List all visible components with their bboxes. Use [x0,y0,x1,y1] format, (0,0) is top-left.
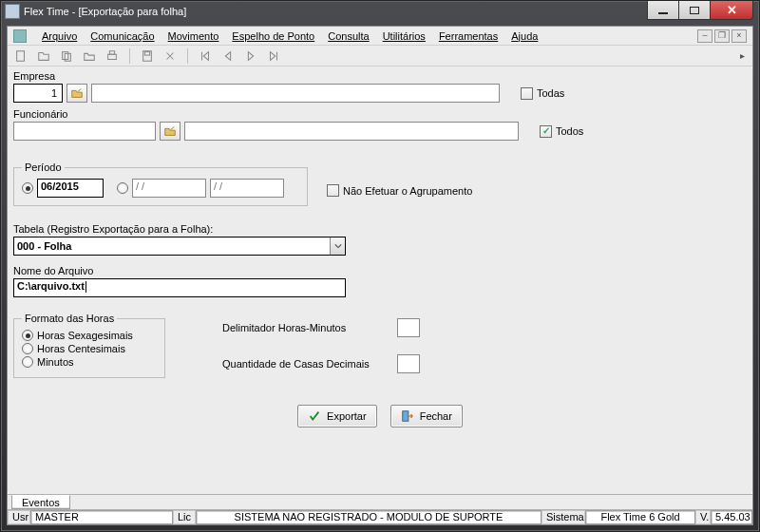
status-ver-label: V. [695,510,711,524]
svg-rect-0 [17,50,25,61]
periodo-radio-1[interactable] [22,182,33,194]
window-minimize-button[interactable] [647,1,679,20]
funcionario-code-input[interactable] [13,122,156,141]
eventos-tab[interactable]: Eventos [11,495,70,509]
todas-label: Todas [537,87,564,99]
delimitador-label: Delimitador Horas-Minutos [222,322,384,333]
application-window: Flex Time - [Exportação para folha] ✕ Ar… [0,0,760,532]
mdi-close-button[interactable]: × [732,29,747,43]
tb-folder-icon[interactable] [82,48,97,64]
status-usr-label: Usr [8,510,30,524]
svg-rect-4 [109,50,114,54]
status-lic-label: Lic [173,510,196,524]
menu-comunicacao[interactable]: Comunicação [90,30,154,42]
toolbar-overflow-icon[interactable]: ▸ [740,50,747,61]
app-icon [5,4,20,19]
tb-open-icon[interactable] [36,48,51,64]
toolbar-separator [129,48,130,64]
mdi-client: Arquivo Comunicação Movimento Espelho de… [7,26,753,525]
funcionario-lookup-button[interactable] [160,122,180,141]
status-lic-value: SISTEMA NAO REGISTRADO - MODULO DE SUPOR… [196,510,542,524]
export-form: Empresa Todas Funcionário [8,68,752,492]
exportar-button[interactable]: Exportar [297,405,377,428]
menu-movimento[interactable]: Movimento [168,30,219,42]
nome-arquivo-value: C:\arquivo.txt [17,280,86,292]
empresa-desc-input[interactable] [91,84,500,103]
toolbar-separator [187,48,188,64]
fechar-button-label: Fechar [420,410,452,422]
svg-rect-6 [144,51,149,55]
nao-agrupamento-checkbox[interactable] [327,184,339,197]
window-title: Flex Time - [Exportação para folha] [24,6,186,17]
menu-arquivo[interactable]: Arquivo [42,30,77,42]
fechar-button[interactable]: Fechar [390,405,463,428]
mdi-restore-button[interactable]: ❐ [714,29,730,43]
formato-min-label: Minutos [37,356,74,368]
menu-espelho[interactable]: Espelho de Ponto [232,30,314,42]
formato-sex-radio[interactable] [22,330,33,341]
periodo-input-1[interactable]: 06/2015 [37,179,104,198]
tb-first-icon[interactable] [198,48,213,64]
menu-ferramentas[interactable]: Ferramentas [439,30,498,42]
tb-new-icon[interactable] [13,48,28,64]
periodo-radio-2[interactable] [117,182,128,194]
svg-rect-7 [402,411,408,422]
status-sistema-label: Sistema [542,510,585,524]
nome-arquivo-input[interactable]: C:\arquivo.txt [13,278,346,297]
tb-prev-icon[interactable] [220,48,236,64]
menu-consulta[interactable]: Consulta [328,30,369,42]
status-ver-value: 5.45.03 [711,510,752,524]
tabela-select[interactable]: 000 - Folha [13,237,346,256]
menu-bar: Arquivo Comunicação Movimento Espelho de… [8,27,752,46]
tb-copy-icon[interactable] [59,48,74,64]
events-tab-strip: Eventos [8,494,752,509]
status-usr-value: MASTER [30,510,173,524]
menu-ajuda[interactable]: Ajuda [511,30,538,42]
periodo-input-3[interactable]: / / [210,179,284,198]
window-close-button[interactable]: ✕ [710,1,753,20]
check-icon [308,409,321,423]
tabela-label: Tabela (Registro Exportação para a Folha… [13,223,747,235]
todas-checkbox[interactable] [521,87,533,100]
periodo-input-2[interactable]: / / [132,179,206,198]
tabela-selected-value: 000 - Folha [14,240,330,252]
svg-rect-3 [108,54,117,59]
window-maximize-button[interactable] [678,1,711,20]
formato-horas-legend: Formato das Horas [22,313,117,324]
empresa-code-input[interactable] [13,84,63,103]
casas-decimais-input[interactable] [397,354,420,373]
tb-print-icon[interactable] [104,48,120,64]
tb-cancel-icon[interactable] [162,48,178,64]
chevron-down-icon [330,238,345,255]
nao-agrupamento-label: Não Efetuar o Agrupamento [343,185,472,197]
empresa-lookup-button[interactable] [66,84,87,103]
delimitador-input[interactable] [397,318,420,337]
empresa-label: Empresa [13,70,747,82]
periodo-legend: Período [22,162,65,173]
formato-cent-radio[interactable] [22,343,33,354]
funcionario-desc-input[interactable] [184,122,519,141]
tb-last-icon[interactable] [266,48,281,64]
funcionario-label: Funcionário [13,108,747,120]
formato-cent-label: Horas Centesimais [37,343,125,354]
title-bar[interactable]: Flex Time - [Exportação para folha] [1,1,759,22]
exportar-button-label: Exportar [327,410,367,422]
todos-label: Todos [556,125,583,137]
formato-min-radio[interactable] [22,356,33,368]
casas-decimais-label: Quantidade de Casas Decimais [222,358,384,370]
tb-next-icon[interactable] [243,48,258,64]
nome-arquivo-label: Nome do Arquivo [13,265,747,276]
toolbar: ▸ [8,46,752,66]
todos-checkbox[interactable] [540,125,552,138]
status-bar: Usr MASTER Lic SISTEMA NAO REGISTRADO - … [8,509,752,524]
menu-utilitarios[interactable]: Utilitários [383,30,426,42]
mdi-minimize-button[interactable]: – [697,29,712,43]
mdi-child-icon[interactable] [13,29,27,43]
formato-sex-label: Horas Sexagesimais [37,330,133,341]
exit-door-icon [401,409,414,423]
status-sistema-value: Flex Time 6 Gold [585,510,695,524]
tb-save-icon[interactable] [140,48,155,64]
